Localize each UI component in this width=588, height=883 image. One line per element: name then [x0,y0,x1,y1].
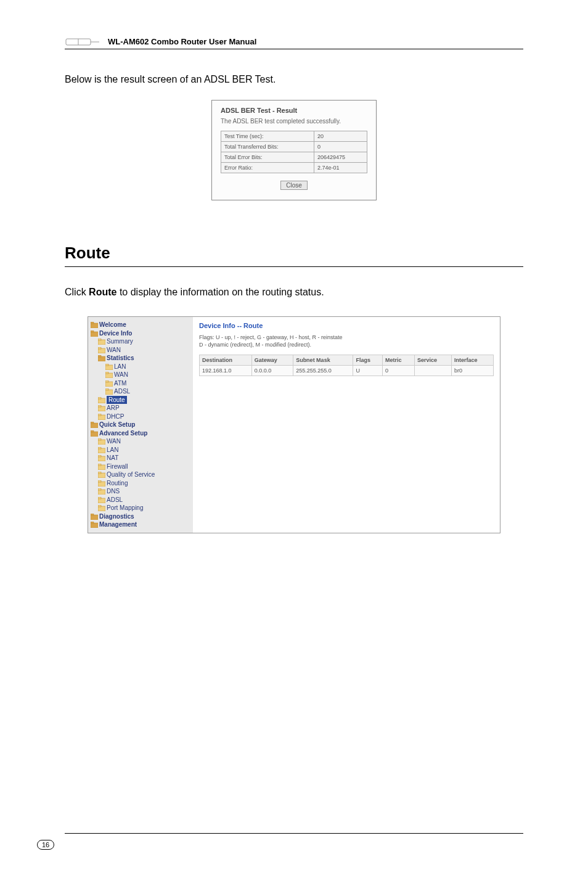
tree-item[interactable]: LAN [91,446,190,454]
folder-icon [98,464,105,470]
route-panel: WelcomeDevice InfoSummaryWANStatisticsLA… [88,316,500,533]
folder-icon [98,497,105,503]
folder-icon [98,405,105,411]
folder-icon [98,355,105,361]
svg-rect-19 [105,388,108,390]
table-header-row: Destination Gateway Subnet Mask Flags Me… [200,355,494,366]
tree-item[interactable]: ARP [91,404,190,413]
svg-rect-35 [98,455,101,457]
svg-rect-5 [91,331,94,332]
svg-rect-51 [91,522,94,524]
close-button[interactable]: Close [280,181,308,190]
folder-icon [98,488,105,495]
folder-icon [91,522,98,528]
tree-item[interactable]: Routing [91,479,190,488]
tree-item[interactable]: LAN [91,363,190,371]
svg-rect-45 [98,497,101,499]
intro-text: Below is the result screen of an ADSL BE… [65,74,523,85]
svg-rect-47 [98,505,101,507]
page-header: WL-AM602 Combo Router User Manual [65,37,523,49]
table-row: 192.168.1.0 0.0.0.0 255.255.255.0 U 0 br… [200,366,494,376]
folder-icon [105,380,113,387]
svg-rect-43 [98,488,101,490]
table-row: Error Ratio:2.74e-01 [221,163,367,173]
tree-item[interactable]: WAN [91,346,190,355]
flags-legend: Flags: U - up, ! - reject, G - gateway, … [199,334,494,348]
folder-icon [98,455,105,461]
tree-item[interactable]: WAN [91,371,190,379]
svg-rect-17 [105,380,108,382]
folder-icon [98,505,105,511]
svg-rect-27 [91,422,94,424]
svg-rect-21 [98,397,101,399]
tree-item[interactable]: Firewall [91,462,190,471]
route-table: Destination Gateway Subnet Mask Flags Me… [199,355,494,376]
svg-rect-29 [91,430,94,432]
svg-rect-25 [98,414,101,416]
ber-dialog-title: ADSL BER Test - Result [221,107,367,114]
tree-item[interactable]: ATM [91,379,190,388]
tree-item[interactable]: Management [91,520,190,529]
folder-icon [91,422,98,428]
ber-dialog-message: The ADSL BER test completed successfully… [221,118,367,125]
svg-rect-13 [105,364,108,366]
folder-icon [105,364,113,370]
ber-result-dialog: ADSL BER Test - Result The ADSL BER test… [211,100,377,200]
tree-item[interactable]: Quick Setup [91,421,190,429]
tree-item[interactable]: ADSL [91,496,190,504]
folder-icon [91,514,98,520]
svg-rect-9 [98,347,101,349]
tree-item[interactable]: Diagnostics [91,512,190,521]
svg-rect-37 [98,464,101,466]
svg-rect-23 [98,405,101,407]
tree-item[interactable]: Summary [91,337,190,346]
svg-rect-33 [98,447,101,449]
header-title: WL-AM602 Combo Router User Manual [108,37,256,46]
folder-icon [98,347,105,353]
svg-rect-3 [91,322,94,324]
folder-icon [98,438,105,445]
svg-rect-31 [98,438,101,440]
tree-item[interactable]: Welcome [91,321,190,329]
tree-item[interactable]: DHCP [91,413,190,421]
folder-icon [91,331,98,337]
tree-item[interactable]: Device Info [91,329,190,338]
tree-item[interactable]: Quality of Service [91,470,190,479]
svg-rect-41 [98,480,101,482]
book-icon [65,38,102,46]
tree-item[interactable]: NAT [91,454,190,462]
folder-icon [98,339,105,345]
page-number: 16 [37,840,54,850]
tree-item[interactable]: Route [91,396,190,405]
svg-rect-7 [98,339,101,340]
navigation-tree[interactable]: WelcomeDevice InfoSummaryWANStatisticsLA… [88,317,193,533]
section-title: Route [65,244,523,267]
tree-item[interactable]: WAN [91,437,190,446]
tree-item[interactable]: Advanced Setup [91,429,190,438]
table-row: Total Error Bits:206429475 [221,152,367,163]
svg-rect-39 [98,472,101,474]
content-title: Device Info -- Route [199,322,494,329]
folder-icon [105,372,113,378]
folder-icon [98,447,105,453]
route-content: Device Info -- Route Flags: U - up, ! - … [193,317,500,533]
svg-rect-49 [91,514,94,515]
footer-divider [65,833,523,834]
tree-item[interactable]: Port Mapping [91,504,190,512]
table-row: Total Transferred Bits:0 [221,142,367,152]
folder-icon [98,397,105,403]
svg-rect-11 [98,355,101,357]
folder-icon [98,472,105,478]
folder-icon [91,430,98,437]
tree-item[interactable]: ADSL [91,387,190,396]
tree-item[interactable]: Statistics [91,354,190,363]
table-row: Test Time (sec):20 [221,131,367,142]
folder-icon [91,322,98,328]
tree-item[interactable]: DNS [91,487,190,496]
folder-icon [98,480,105,487]
ber-result-table: Test Time (sec):20 Total Transferred Bit… [221,131,367,173]
route-description: Click Route to display the information o… [65,287,523,298]
folder-icon [105,388,113,395]
svg-rect-15 [105,372,108,374]
folder-icon [98,414,105,420]
